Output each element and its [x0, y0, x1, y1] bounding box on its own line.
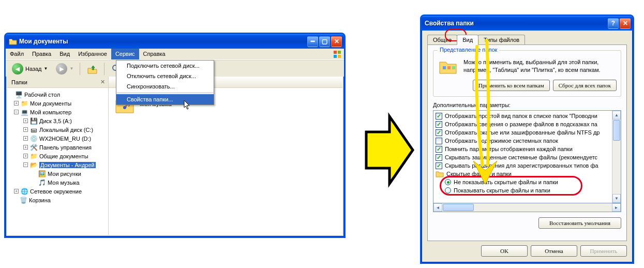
advanced-settings-list: Отображать простой вид папок в списке па… — [433, 110, 621, 203]
tree-shareddocs[interactable]: Общие документы — [39, 153, 88, 159]
menu-file[interactable]: Файл — [6, 49, 28, 59]
expand-button[interactable]: + — [14, 189, 19, 193]
horizontal-scrollbar[interactable]: ◄ ► — [433, 203, 621, 212]
expand-button[interactable]: + — [23, 136, 28, 141]
checkbox[interactable] — [436, 138, 442, 144]
scroll-right-button[interactable]: ► — [612, 203, 621, 212]
tree-desktop[interactable]: Рабочий стол — [24, 92, 60, 98]
back-button[interactable]: ◄ Назад ▼ — [9, 62, 51, 76]
apply-button[interactable]: Применить — [580, 245, 627, 257]
svg-rect-0 — [334, 51, 337, 54]
menuitem-disconnect-drive[interactable]: Отключить сетевой диск... — [116, 71, 214, 81]
tree-andreydocs[interactable]: Документы - Андрей — [39, 162, 96, 168]
scroll-thumb[interactable] — [443, 204, 474, 211]
sidebar-close-button[interactable]: ✕ — [99, 79, 106, 86]
svg-rect-8 — [443, 66, 446, 69]
radio[interactable] — [445, 187, 451, 193]
vertical-scrollbar[interactable]: ▲ ▼ — [612, 111, 621, 203]
menuitem-map-drive[interactable]: Подключить сетевой диск... — [116, 61, 214, 71]
dialog-buttons: OK Отмена Применить — [423, 245, 631, 261]
folder-views-group: Представление папок Можно применить вид,… — [433, 50, 621, 97]
ok-button[interactable]: OK — [481, 245, 528, 257]
checkbox[interactable] — [436, 121, 442, 128]
tree-ctrlpanel[interactable]: Панель управления — [39, 144, 92, 151]
menu-tools[interactable]: Сервис — [111, 49, 139, 59]
floppy-icon: 💾 — [29, 117, 38, 125]
group-title: Представление папок — [438, 47, 499, 53]
sidebar-header: Папки ✕ — [7, 77, 108, 88]
folder-tree[interactable]: 🖥️Рабочий стол +📁Мои документы −💻Мой ком… — [7, 88, 108, 235]
disk-icon: 🖴 — [29, 126, 38, 134]
scroll-left-button[interactable]: ◄ — [433, 203, 442, 212]
expand-button[interactable]: + — [23, 127, 28, 132]
network-icon: 🌐 — [20, 187, 28, 196]
forward-button[interactable]: ► ▼ — [53, 62, 77, 76]
chevron-down-icon: ▼ — [69, 66, 73, 71]
tree-mydocs[interactable]: Мои документы — [30, 100, 71, 107]
tree-cdrom[interactable]: WX2HOEM_RU (D:) — [39, 136, 91, 142]
dialog-body: Общие Вид Типы файлов Представление папо… — [423, 31, 631, 261]
restore-defaults-button[interactable]: Восстановить умолчания — [538, 217, 621, 229]
menu-edit[interactable]: Правка — [28, 49, 55, 59]
tab-filetypes[interactable]: Типы файлов — [478, 35, 525, 44]
advanced-settings-viewport[interactable]: Отображать простой вид папок в списке па… — [433, 111, 612, 203]
folder-icon — [436, 170, 444, 178]
menuitem-sync[interactable]: Синхронизовать... — [116, 81, 214, 92]
collapse-button[interactable]: − — [14, 110, 19, 114]
maximize-button[interactable]: ▢ — [319, 36, 330, 47]
scroll-track[interactable] — [612, 141, 621, 194]
expand-button[interactable]: + — [14, 101, 19, 106]
up-button[interactable] — [83, 62, 101, 76]
expand-button[interactable]: + — [23, 145, 28, 150]
svg-rect-2 — [334, 55, 337, 58]
checkbox[interactable] — [436, 146, 442, 153]
radio[interactable] — [445, 179, 451, 185]
expand-button[interactable]: + — [23, 154, 28, 158]
tree-localc[interactable]: Локальный диск (C:) — [39, 127, 93, 133]
dialog-titlebar[interactable]: Свойства папки ? ✕ — [422, 16, 633, 31]
menu-view[interactable]: Вид — [55, 49, 74, 59]
menuitem-folder-options[interactable]: Свойства папки... — [116, 94, 214, 105]
tree-netplaces[interactable]: Сетевое окружение — [30, 188, 82, 195]
reset-all-button[interactable]: Сброс для всех папок — [553, 80, 617, 91]
folder-options-dialog: Свойства папки ? ✕ Общие Вид Типы файлов… — [420, 14, 634, 264]
adv-item: Помнить параметры отображения каждой пап… — [433, 145, 612, 153]
scroll-thumb[interactable] — [613, 120, 620, 141]
adv-item: Скрывать расширения для зарегистрированн… — [433, 161, 612, 170]
control-panel-icon: 🛠️ — [29, 143, 38, 152]
adv-item: Скрывать защищенные системные файлы (рек… — [433, 153, 612, 161]
minimize-button[interactable]: ━ — [307, 36, 318, 47]
tab-general[interactable]: Общие — [427, 35, 457, 44]
close-button[interactable]: ✕ — [331, 36, 342, 47]
sidebar: Папки ✕ 🖥️Рабочий стол +📁Мои документы −… — [7, 77, 109, 235]
scroll-down-button[interactable]: ▼ — [612, 194, 621, 203]
collapse-button[interactable]: − — [23, 162, 28, 167]
folder-icon — [9, 37, 17, 46]
chevron-down-icon: ▼ — [44, 66, 48, 71]
tree-floppy[interactable]: Диск 3,5 (A:) — [39, 118, 72, 124]
menu-help[interactable]: Справка — [139, 49, 170, 59]
scroll-track[interactable] — [474, 203, 612, 212]
forward-arrow-icon: ► — [56, 63, 67, 75]
help-button[interactable]: ? — [608, 18, 619, 29]
close-button[interactable]: ✕ — [620, 18, 631, 29]
tree-mymusic[interactable]: Моя музыка — [48, 180, 80, 186]
tab-pane-view: Представление папок Можно применить вид,… — [427, 44, 627, 241]
tab-view[interactable]: Вид — [457, 35, 478, 45]
checkbox[interactable] — [436, 154, 442, 161]
cancel-button[interactable]: Отмена — [531, 245, 577, 257]
menu-separator — [117, 93, 213, 93]
scroll-up-button[interactable]: ▲ — [612, 111, 621, 120]
expand-button[interactable]: + — [23, 118, 28, 123]
tree-mycomp[interactable]: Мой компьютер — [30, 109, 71, 115]
explorer-titlebar[interactable]: Мои документы ━ ▢ ✕ — [6, 34, 344, 49]
tree-recycle[interactable]: Корзина — [29, 197, 51, 203]
group-text: Можно применить вид, выбранный для этой … — [463, 58, 617, 74]
checkbox[interactable] — [436, 129, 442, 136]
checkbox[interactable] — [436, 162, 442, 169]
menu-favorites[interactable]: Избранное — [74, 49, 111, 59]
apply-all-button[interactable]: Применить ко всем папкам — [473, 80, 550, 91]
adv-item: Отображать сведения о размере файлов в п… — [433, 120, 612, 128]
checkbox[interactable] — [436, 113, 442, 120]
tree-mypics[interactable]: Мои рисунки — [48, 171, 81, 177]
